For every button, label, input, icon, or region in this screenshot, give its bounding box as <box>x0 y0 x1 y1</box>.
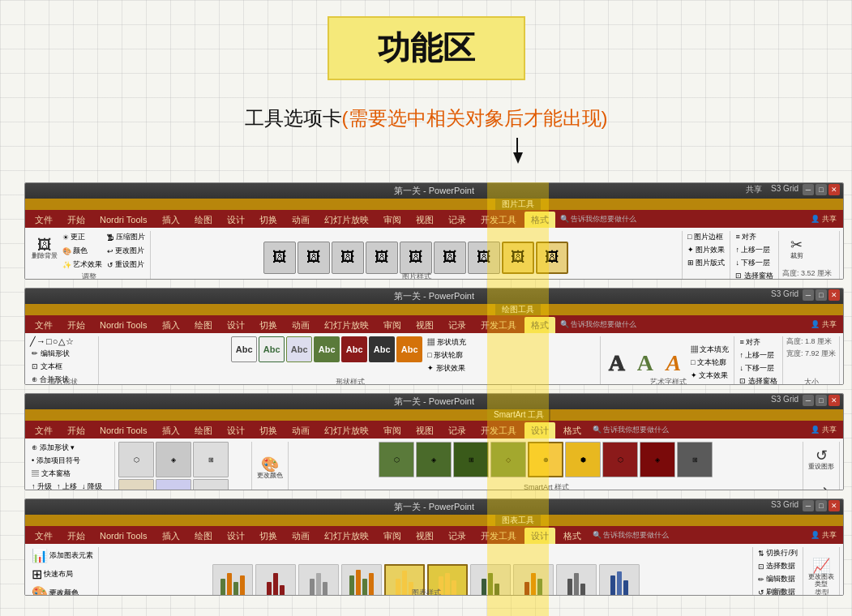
tab-draw-1[interactable]: 绘图 <box>188 212 219 228</box>
shape-style-abc-4[interactable]: Abc <box>314 336 340 362</box>
tab-review-2[interactable]: 审阅 <box>377 317 408 333</box>
tab-file-1[interactable]: 文件 <box>28 212 59 228</box>
minimize-btn-2[interactable]: ─ <box>803 289 814 301</box>
btn-move-up[interactable]: ↑ 上移 <box>55 481 79 490</box>
btn-select-pane-1[interactable]: ⊡ 选择窗格 <box>734 270 775 280</box>
tab-record-1[interactable]: 记录 <box>442 212 473 228</box>
tab-review-3[interactable]: 审阅 <box>377 422 408 438</box>
sa-layout-4[interactable]: ◇ <box>118 479 154 490</box>
minimize-btn-1[interactable]: ─ <box>803 184 814 195</box>
shape-tri[interactable]: △ <box>58 336 65 347</box>
btn-img-border[interactable]: □ 图片边框 <box>686 231 725 243</box>
tab-insert-1[interactable]: 插入 <box>156 212 186 228</box>
btn-down-layer-1[interactable]: ↓ 下移一层 <box>734 257 772 269</box>
tab-format-ctx-1[interactable]: 格式 <box>524 212 555 228</box>
btn-shape-fill[interactable]: ▦ 形状填充 <box>426 336 468 349</box>
tab-slideshow-1[interactable]: 幻灯片放映 <box>318 212 375 228</box>
close-btn-1[interactable]: ✕ <box>828 184 840 195</box>
tab-record-4[interactable]: 记录 <box>442 528 473 544</box>
btn-up-layer-2[interactable]: ↑ 上移一层 <box>738 349 776 361</box>
btn-change-img[interactable]: ↩更改图片 <box>105 245 147 257</box>
btn-shape-effect[interactable]: ✦ 形状效果 <box>426 362 468 374</box>
shape-star[interactable]: ☆ <box>66 336 74 347</box>
btn-remove-bg[interactable]: 🖼 删除背景 <box>30 231 59 267</box>
shape-line[interactable]: ╱ <box>30 336 36 347</box>
tab-record-2[interactable]: 记录 <box>442 317 473 333</box>
btn-select-pane-2[interactable]: ⊡ 选择窗格 <box>738 375 779 385</box>
tab-slideshow-2[interactable]: 幻灯片放映 <box>318 317 375 333</box>
btn-text-outline[interactable]: □ 文本轮廓 <box>689 357 731 369</box>
sa-layout-2[interactable]: ◈ <box>156 442 191 477</box>
close-btn-3[interactable]: ✕ <box>828 395 840 406</box>
btn-convert[interactable]: ⇄ 转换 <box>807 479 836 490</box>
tab-insert-4[interactable]: 插入 <box>156 528 186 544</box>
tab-home-4[interactable]: 开始 <box>61 528 92 544</box>
tab-chart-format-4[interactable]: 格式 <box>557 528 588 544</box>
tabrow-1[interactable]: 文件 开始 Nordri Tools 插入 绘图 设计 切换 动画 幻灯片放映 … <box>25 210 843 228</box>
close-btn-4[interactable]: ✕ <box>828 500 840 511</box>
tabrow-4[interactable]: 文件 开始 Nordri Tools 插入 绘图 设计 切换 动画 幻灯片放映 … <box>25 526 843 544</box>
tab-review-4[interactable]: 审阅 <box>377 528 408 544</box>
btn-down-layer-2[interactable]: ↓ 下移一层 <box>738 362 776 374</box>
tab-nordri-2[interactable]: Nordri Tools <box>93 317 154 333</box>
tab-chart-design-4[interactable]: 设计 <box>524 528 555 544</box>
maximize-btn-2[interactable]: □ <box>816 289 827 301</box>
btn-add-chart-elem[interactable]: 📊 添加图表元素 <box>30 547 95 564</box>
sa-style-2[interactable]: ◈ <box>416 442 452 477</box>
minimize-btn-3[interactable]: ─ <box>803 395 814 406</box>
tab-transition-2[interactable]: 切换 <box>253 317 284 333</box>
tab-view-2[interactable]: 视图 <box>409 317 440 333</box>
tab-home-1[interactable]: 开始 <box>61 212 92 228</box>
img-style-7[interactable]: 🖼 <box>468 242 500 274</box>
maximize-btn-4[interactable]: □ <box>816 500 827 511</box>
shape-circle[interactable]: ○ <box>53 336 58 347</box>
tab-file-3[interactable]: 文件 <box>28 422 59 438</box>
btn-img-effect[interactable]: ✦ 图片效果 <box>686 244 727 256</box>
tab-view-3[interactable]: 视图 <box>409 422 440 438</box>
tab-review-1[interactable]: 审阅 <box>377 212 408 228</box>
sa-style-6[interactable]: ⬢ <box>565 442 601 477</box>
btn-change-color-3[interactable]: 🎨 更改颜色 <box>255 451 285 486</box>
btn-up-layer-1[interactable]: ↑ 上移一层 <box>734 244 772 256</box>
sa-style-1[interactable]: ⬡ <box>379 442 414 477</box>
btn-text-box[interactable]: ⊡ 文本框 <box>30 361 64 373</box>
art-a-2[interactable]: A <box>632 350 658 376</box>
tab-dev-2[interactable]: 开发工具 <box>474 317 523 333</box>
img-style-4[interactable]: 🖼 <box>366 242 398 274</box>
tab-insert-3[interactable]: 插入 <box>156 422 186 438</box>
sa-style-3[interactable]: ⊞ <box>453 442 489 477</box>
tab-design-3[interactable]: 设计 <box>220 422 251 438</box>
tab-design-1[interactable]: 设计 <box>220 212 251 228</box>
shape-style-abc-7[interactable]: Abc <box>396 336 422 362</box>
btn-edit-shape[interactable]: ✏ 编辑形状 <box>30 348 71 360</box>
tab-view-1[interactable]: 视图 <box>409 212 440 228</box>
sa-style-5[interactable]: ⊕ <box>528 442 563 477</box>
minimize-btn-4[interactable]: ─ <box>803 500 814 511</box>
tabrow-3[interactable]: 文件 开始 Nordri Tools 插入 绘图 设计 切换 动画 幻灯片放映 … <box>25 421 843 438</box>
tab-view-4[interactable]: 视图 <box>409 528 440 544</box>
tabrow-2[interactable]: 文件 开始 Nordri Tools 插入 绘图 设计 切换 动画 幻灯片放映 … <box>25 315 843 333</box>
tab-draw-2[interactable]: 绘图 <box>188 317 219 333</box>
btn-change-chart-type[interactable]: 📈 更改图表类型 <box>807 556 836 592</box>
img-style-2[interactable]: 🖼 <box>298 242 330 274</box>
tab-format-ctx-2[interactable]: 格式 <box>524 317 555 333</box>
tab-transition-4[interactable]: 切换 <box>253 528 284 544</box>
img-style-5[interactable]: 🖼 <box>400 242 432 274</box>
sa-layout-1[interactable]: ⬡ <box>118 442 154 477</box>
btn-shape-outline[interactable]: □ 形状轮廓 <box>426 349 468 361</box>
tab-animation-1[interactable]: 动画 <box>285 212 316 228</box>
btn-correct[interactable]: ☀更正 <box>61 231 104 243</box>
shape-style-abc-5[interactable]: Abc <box>341 336 367 362</box>
btn-select-data[interactable]: ⊡ 选择数据 <box>756 560 797 572</box>
sa-style-8[interactable]: ◈ <box>640 442 675 477</box>
tab-dev-3[interactable]: 开发工具 <box>474 422 523 438</box>
shape-style-abc-1[interactable]: Abc <box>231 336 257 362</box>
btn-text-panel-3[interactable]: ▤ 文本窗格 <box>30 468 72 480</box>
tab-draw-3[interactable]: 绘图 <box>188 422 219 438</box>
shape-style-abc-2[interactable]: Abc <box>259 336 285 362</box>
sa-style-9[interactable]: ⊞ <box>677 442 713 477</box>
tab-record-3[interactable]: 记录 <box>442 422 473 438</box>
tab-transition-1[interactable]: 切换 <box>253 212 284 228</box>
sa-layout-5[interactable]: ⊕ <box>156 479 191 490</box>
tab-slideshow-4[interactable]: 幻灯片放映 <box>318 528 375 544</box>
